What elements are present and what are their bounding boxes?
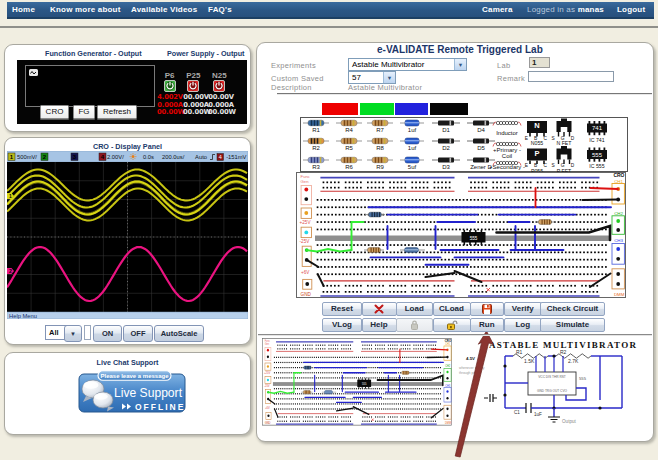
action-check-circuit-button[interactable]: Check Circuit <box>540 302 605 316</box>
action-cload-button[interactable]: CLoad <box>433 302 471 316</box>
schematic-title: ASTABLE MULTIVIBRATOR <box>489 340 639 350</box>
tray-item-d4[interactable]: D4 <box>477 127 485 133</box>
off-button[interactable]: OFF <box>123 325 153 342</box>
lab-input[interactable] <box>529 57 550 68</box>
tray-item-r5[interactable]: R5 <box>345 145 353 151</box>
nav-item-know-more-about[interactable]: Know more about <box>50 5 121 14</box>
action-help-button[interactable]: Help <box>362 318 397 332</box>
svg-text:GND TRG OUT CVO: GND TRG OUT CVO <box>537 389 568 393</box>
scope-trigger-mode: Auto <box>195 154 207 160</box>
channel-select-arrow[interactable]: ▼ <box>64 325 82 342</box>
remark-input[interactable] <box>528 71 614 82</box>
tray-item-r4[interactable]: R4 <box>345 127 353 133</box>
on-button[interactable]: ON <box>93 325 122 342</box>
instrument-display-area: CROFGRefreshP6P25N254.002V00.00V00.00V0.… <box>17 60 247 124</box>
action-simulate-button[interactable]: Simulate <box>540 318 605 332</box>
nav-item-available-videos[interactable]: Available Videos <box>131 5 197 14</box>
pointer-arrow <box>440 328 500 460</box>
action-run-button[interactable]: Run <box>470 318 504 332</box>
fg-title: Function Generator - Output <box>45 49 142 58</box>
svg-text:555: 555 <box>579 376 587 381</box>
color-block-blue[interactable] <box>395 103 428 115</box>
oscilloscope-screen: 1234500mV/2.00V/0.0s200.0us/Auto4-151mV1… <box>7 151 248 319</box>
svg-text:555: 555 <box>592 152 603 158</box>
tray-item-r3[interactable]: R3 <box>312 164 320 170</box>
action-log-button[interactable]: Log <box>504 318 543 332</box>
action-save-button[interactable] <box>470 302 504 316</box>
svg-text:CH2: CH2 <box>614 211 623 216</box>
action-reset-button[interactable]: Reset <box>322 302 362 316</box>
svg-text:-25V: -25V <box>300 239 311 244</box>
bottom-separator <box>258 334 652 336</box>
tray-item-d3[interactable]: D3 <box>442 164 450 170</box>
delete-icon <box>373 304 385 314</box>
tray-item-r6[interactable]: R6 <box>345 164 353 170</box>
svg-text:+25V: +25V <box>300 220 312 225</box>
chat-pill-text: Please leave a message <box>100 373 169 379</box>
svg-text:2: 2 <box>9 268 12 274</box>
main-breadboard[interactable]: FuncGen+25V-25V+6VGNDCROCH1CH2CH3DMM555 <box>296 172 626 298</box>
fg-button-cro[interactable]: CRO <box>40 105 69 119</box>
ps-watts-1: 00.00W <box>183 108 209 116</box>
svg-text:2.7K: 2.7K <box>568 358 579 364</box>
login-status: Logged in as manas <box>527 5 604 14</box>
tray-item-d2[interactable]: D2 <box>442 145 450 151</box>
autoscale-button[interactable]: AutoScale <box>154 325 204 342</box>
tray-item-r8[interactable]: R8 <box>376 145 384 151</box>
power-toggle-n25[interactable] <box>213 80 225 92</box>
tray-item--secondary-[interactable]: +Secondary - <box>489 164 525 170</box>
svg-text:Gen: Gen <box>301 179 310 184</box>
tray-item-r1[interactable]: R1 <box>312 127 320 133</box>
tray-item-d5[interactable]: D5 <box>477 145 485 151</box>
svg-text:VCC DIS THR RST: VCC DIS THR RST <box>538 375 566 379</box>
svg-text:CH3: CH3 <box>614 238 623 243</box>
color-block-green[interactable] <box>360 103 394 115</box>
power-toggle-p25[interactable] <box>187 80 199 92</box>
tray-item-5uf[interactable]: 5uf <box>408 164 416 170</box>
action-verify-button[interactable]: Verify <box>504 302 543 316</box>
scope-help-menu[interactable]: Help Menu <box>9 313 37 319</box>
svg-text:+6V: +6V <box>301 270 310 275</box>
tray-item-inductor[interactable]: Inductor <box>496 130 518 136</box>
tray-item-r2[interactable]: R2 <box>312 145 320 151</box>
ps-watts-2: 00.00W <box>208 108 234 116</box>
svg-text:N: N <box>534 121 539 130</box>
nav-item-home[interactable]: Home <box>12 5 35 14</box>
fg-button-fg[interactable]: FG <box>73 105 95 119</box>
chevron-down-icon: ▼ <box>383 72 395 83</box>
action-vlog-button[interactable]: VLog <box>322 318 362 332</box>
svg-text:N FET: N FET <box>557 140 573 146</box>
svg-text:C1: C1 <box>514 410 520 415</box>
tray-item-r9[interactable]: R9 <box>376 164 384 170</box>
tray-item-d1[interactable]: D1 <box>442 127 450 133</box>
svg-text:-25V: -25V <box>264 383 270 387</box>
live-support-badge[interactable]: Please leave a messageLive SupportOFFLIN… <box>78 370 188 414</box>
svg-text:555: 555 <box>362 381 367 385</box>
color-block-red[interactable] <box>322 103 358 115</box>
svg-text:R1: R1 <box>516 350 523 355</box>
experiments-select[interactable]: Astable Multivibrator▼ <box>348 58 467 71</box>
nav-item-logout[interactable]: Logout <box>617 5 645 14</box>
action-unlock-button[interactable] <box>433 318 471 332</box>
scope-time-offset: 0.0s <box>143 154 154 160</box>
svg-text:CRO: CRO <box>613 172 624 178</box>
svg-text:1.5K: 1.5K <box>524 358 535 364</box>
remark-label: Remark <box>497 74 525 83</box>
tray-item-1uf[interactable]: 1uf <box>408 127 416 133</box>
fg-display-screen <box>25 65 155 107</box>
ps-name-n25: N25 <box>206 71 232 80</box>
action-lock-button[interactable] <box>396 318 433 332</box>
svg-text:GND: GND <box>301 292 312 297</box>
fg-button-refresh[interactable]: Refresh <box>97 105 137 119</box>
action-delete-button[interactable] <box>362 302 397 316</box>
ps-watts-0: 00.00W <box>157 108 183 116</box>
color-block-black[interactable] <box>430 103 468 115</box>
tray-item-1uf[interactable]: 1uf <box>408 145 416 151</box>
action-load-button[interactable]: Load <box>396 302 433 316</box>
nav-item-faq-s[interactable]: FAQ's <box>208 5 232 14</box>
live-chat-panel: Live Chat Support Please leave a message… <box>4 352 251 435</box>
nav-item-camera[interactable]: Camera <box>482 5 513 14</box>
tray-item-r7[interactable]: R7 <box>376 127 384 133</box>
power-toggle-p6[interactable] <box>164 80 176 92</box>
form-separator <box>277 93 652 95</box>
